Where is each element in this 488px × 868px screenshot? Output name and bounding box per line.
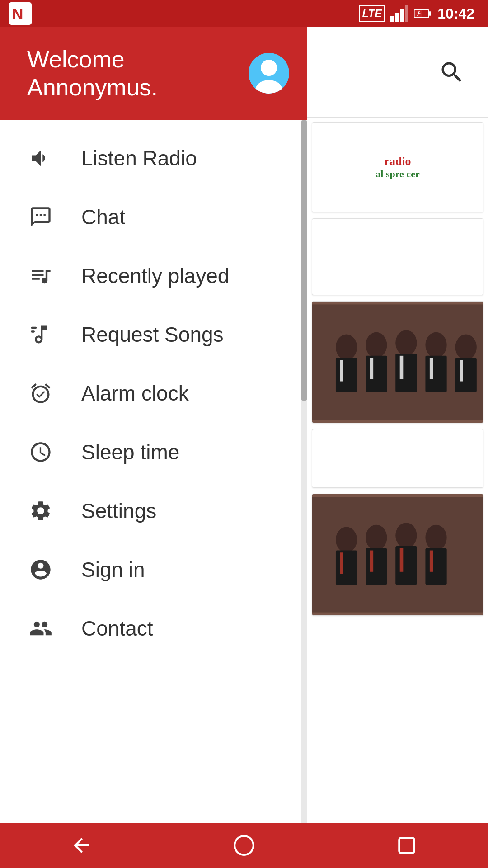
svg-rect-3 [395,13,399,22]
svg-rect-34 [336,551,357,585]
svg-rect-35 [340,552,343,574]
alarm-clock-label: Alarm clock [81,381,189,406]
sidebar-item-sign-in[interactable]: Sign in [0,540,307,599]
svg-rect-5 [405,5,408,22]
sidebar-item-settings[interactable]: Settings [0,481,307,540]
empty-card-2 [312,429,483,488]
main-container: Welcome Annonymus. Listen Radio [0,27,488,823]
sidebar-item-alarm-clock[interactable]: Alarm clock [0,364,307,423]
request-songs-label: Request Songs [81,322,224,347]
svg-point-17 [336,335,357,360]
svg-point-29 [455,335,477,360]
home-button[interactable] [226,827,262,863]
drawer-menu[interactable]: Listen Radio Chat Recently played [0,120,307,823]
svg-point-36 [366,525,387,551]
sidebar-item-recently-played[interactable]: Recently played [0,246,307,305]
scroll-thumb [301,120,307,401]
svg-point-42 [425,525,446,551]
svg-rect-37 [366,548,387,585]
people-svg-1 [312,302,483,423]
lte-indicator: LTE [359,5,385,22]
home-circle-icon [233,834,255,857]
sidebar-item-request-songs[interactable]: Request Songs [0,305,307,364]
back-button[interactable] [63,827,99,863]
navigation-drawer: Welcome Annonymus. Listen Radio [0,27,307,823]
settings-icon [27,497,54,524]
empty-card-1 [312,218,483,295]
drawer-header: Welcome Annonymus. [0,27,307,120]
back-arrow-icon [70,834,93,857]
radio-text-line1: radio [375,155,419,168]
sleep-time-label: Sleep time [81,440,179,464]
alarm-icon [27,380,54,407]
svg-rect-19 [340,360,343,381]
chat-icon [27,203,54,231]
app-logo-area: N [9,0,32,27]
svg-point-39 [395,523,417,548]
settings-label: Settings [81,499,156,523]
status-time: 10:42 [437,5,474,22]
scroll-track [301,120,307,823]
thumbnail-image-1 [312,302,483,423]
people-svg-2 [312,494,483,615]
svg-rect-40 [395,546,417,585]
svg-rect-43 [425,548,446,585]
svg-point-26 [425,332,446,358]
radio-logo-card: radio al spre cer [312,122,483,212]
account-circle-icon [27,556,54,583]
svg-rect-2 [390,16,394,22]
svg-rect-44 [430,551,433,572]
queue-music-icon [27,262,54,289]
battery-icon [414,5,432,22]
svg-rect-24 [395,354,417,392]
sidebar-item-contact[interactable]: Contact [0,599,307,658]
bottom-navigation [0,823,488,868]
volume-icon [27,145,54,172]
status-bar: N LTE 10:42 [0,0,488,27]
svg-rect-7 [429,11,431,16]
sidebar-item-listen-radio[interactable]: Listen Radio [0,129,307,188]
radio-text-line2: al spre cer [375,168,419,180]
thumbnail-card-2 [312,494,483,616]
svg-rect-22 [370,358,374,379]
welcome-text: Welcome Annonymus. [27,45,158,102]
svg-point-33 [336,527,357,553]
right-panel: radio al spre cer [307,27,488,823]
svg-point-45 [235,836,253,855]
contact-label: Contact [81,616,153,641]
svg-rect-18 [336,358,357,392]
right-content: radio al spre cer [307,118,488,624]
svg-rect-25 [400,356,404,379]
chat-label: Chat [81,205,125,229]
radio-logo-text: radio al spre cer [375,155,419,180]
search-icon [438,59,465,86]
svg-point-20 [366,332,387,358]
svg-rect-30 [455,358,477,392]
svg-rect-28 [430,358,433,379]
svg-rect-15 [31,330,35,332]
clock-icon [27,439,54,466]
sidebar-item-sleep-time[interactable]: Sleep time [0,423,307,481]
recent-apps-icon [395,834,418,857]
signal-icon [390,5,408,22]
avatar-icon [249,53,289,94]
listen-radio-label: Listen Radio [81,146,197,170]
recent-apps-button[interactable] [389,827,425,863]
search-button[interactable] [434,54,470,90]
svg-rect-4 [400,9,404,22]
user-avatar[interactable] [249,53,289,94]
sidebar-item-chat[interactable]: Chat [0,188,307,246]
svg-point-12 [261,60,277,76]
status-bar-right: LTE 10:42 [359,5,474,22]
svg-text:N: N [12,5,23,23]
svg-rect-46 [399,838,414,853]
thumbnail-card-1 [312,301,483,423]
svg-rect-41 [400,548,404,572]
group-icon [27,615,54,642]
svg-rect-27 [425,356,446,392]
right-panel-header [307,27,488,118]
svg-rect-14 [31,326,37,328]
thumbnail-image-2 [312,494,483,615]
app-logo: N [9,2,32,25]
music-note-icon [27,321,54,348]
